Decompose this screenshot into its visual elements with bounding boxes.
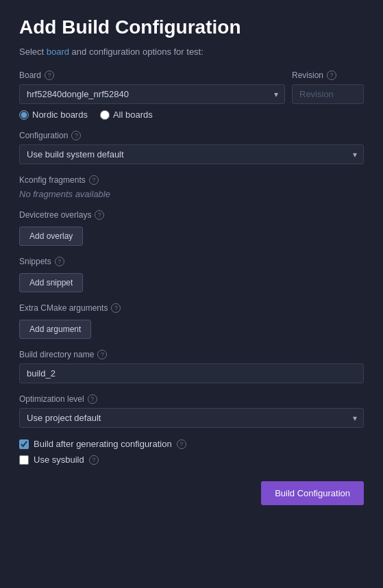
page-title: Add Build Configuration bbox=[19, 16, 364, 38]
optimization-section: Optimization level ? Use project default bbox=[19, 394, 364, 428]
nordic-boards-radio[interactable] bbox=[19, 110, 29, 120]
snippets-label: Snippets bbox=[19, 257, 51, 266]
revision-input[interactable] bbox=[292, 84, 364, 104]
cmake-help-icon[interactable]: ? bbox=[111, 303, 121, 313]
devicetree-section: Devicetree overlays ? Add overlay bbox=[19, 210, 364, 246]
build-dir-label: Build directory name bbox=[19, 350, 94, 359]
all-boards-radio[interactable] bbox=[100, 110, 110, 120]
configuration-help-icon[interactable]: ? bbox=[71, 131, 81, 140]
build-configuration-button[interactable]: Build Configuration bbox=[261, 481, 364, 505]
configuration-section: Configuration ? Use build system default bbox=[19, 131, 364, 164]
snippets-section: Snippets ? Add snippet bbox=[19, 257, 364, 292]
build-dir-section: Build directory name ? bbox=[19, 350, 364, 383]
add-snippet-button[interactable]: Add snippet bbox=[19, 273, 83, 292]
kconfig-empty-note: No fragments available bbox=[19, 189, 364, 199]
devicetree-label: Devicetree overlays bbox=[19, 210, 91, 220]
board-help-icon[interactable]: ? bbox=[45, 71, 54, 80]
all-boards-label: All boards bbox=[113, 110, 153, 120]
snippets-help-icon[interactable]: ? bbox=[55, 257, 64, 266]
devicetree-help-icon[interactable]: ? bbox=[95, 210, 104, 220]
build-dir-input[interactable] bbox=[19, 363, 364, 383]
sysbuild-label[interactable]: Use sysbuild bbox=[34, 455, 84, 465]
configuration-select[interactable]: Use build system default bbox=[19, 144, 364, 164]
board-link[interactable]: board bbox=[47, 47, 69, 57]
build-after-help-icon[interactable]: ? bbox=[177, 439, 186, 449]
revision-label: Revision bbox=[292, 71, 323, 80]
nordic-boards-label: Nordic boards bbox=[32, 110, 88, 120]
build-after-checkbox-row: Build after generating configuration ? bbox=[19, 439, 364, 449]
build-dir-help-icon[interactable]: ? bbox=[97, 350, 107, 359]
cmake-label: Extra CMake arguments bbox=[19, 303, 108, 313]
add-overlay-button[interactable]: Add overlay bbox=[19, 227, 83, 246]
optimization-select[interactable]: Use project default bbox=[19, 408, 364, 428]
kconfig-help-icon[interactable]: ? bbox=[89, 175, 99, 185]
subtitle: Select board and configuration options f… bbox=[19, 47, 364, 57]
kconfig-label: Kconfig fragments bbox=[19, 175, 86, 185]
board-label: Board bbox=[19, 71, 41, 80]
optimization-label: Optimization level bbox=[19, 394, 84, 404]
nordic-boards-radio-label[interactable]: Nordic boards bbox=[19, 110, 88, 120]
footer: Build Configuration bbox=[19, 481, 364, 505]
board-select[interactable]: hrf52840dongle_nrf52840 bbox=[19, 84, 285, 104]
sysbuild-help-icon[interactable]: ? bbox=[89, 455, 99, 465]
sysbuild-checkbox[interactable] bbox=[19, 455, 29, 465]
configuration-label: Configuration bbox=[19, 131, 68, 140]
board-filter-radio-group: Nordic boards All boards bbox=[19, 110, 364, 120]
revision-help-icon[interactable]: ? bbox=[327, 71, 336, 80]
all-boards-radio-label[interactable]: All boards bbox=[100, 110, 153, 120]
cmake-section: Extra CMake arguments ? Add argument bbox=[19, 303, 364, 339]
kconfig-section: Kconfig fragments ? No fragments availab… bbox=[19, 175, 364, 199]
build-after-label[interactable]: Build after generating configuration bbox=[34, 439, 172, 449]
optimization-help-icon[interactable]: ? bbox=[88, 394, 97, 404]
build-after-checkbox[interactable] bbox=[19, 439, 29, 449]
sysbuild-checkbox-row: Use sysbuild ? bbox=[19, 455, 364, 465]
add-argument-button[interactable]: Add argument bbox=[19, 320, 91, 339]
